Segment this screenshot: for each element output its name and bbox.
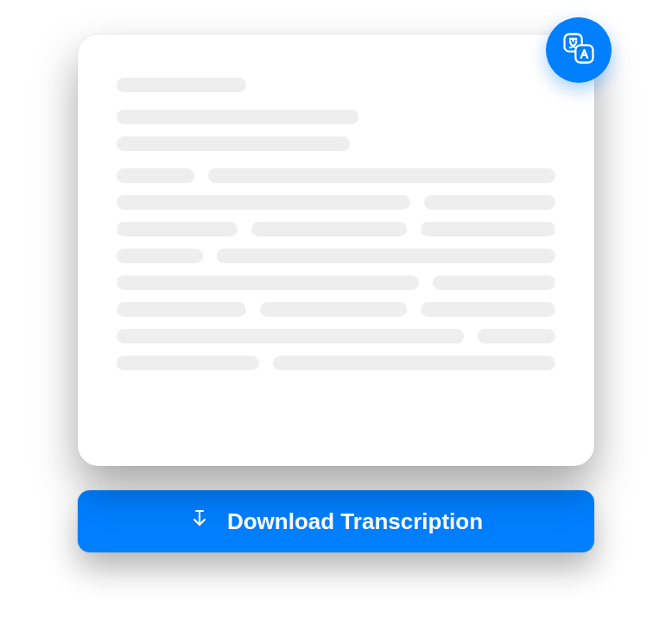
skeleton-line <box>117 329 555 344</box>
skeleton-title <box>117 78 246 92</box>
download-transcription-button[interactable]: Download Transcription <box>78 490 594 552</box>
document-skeleton-content <box>117 78 555 370</box>
download-button-label: Download Transcription <box>227 508 483 535</box>
svg-rect-1 <box>575 45 593 62</box>
skeleton-line <box>117 249 555 263</box>
translate-badge[interactable] <box>546 17 612 83</box>
skeleton-line <box>117 168 555 183</box>
skeleton-line <box>117 195 555 210</box>
translate-icon <box>560 29 598 71</box>
skeleton-line <box>117 356 555 370</box>
skeleton-line <box>117 136 350 151</box>
download-icon <box>189 508 210 535</box>
skeleton-line <box>117 302 555 317</box>
skeleton-line <box>117 275 555 290</box>
skeleton-line <box>117 222 555 236</box>
transcription-document-card <box>78 35 594 466</box>
skeleton-line <box>117 110 358 124</box>
